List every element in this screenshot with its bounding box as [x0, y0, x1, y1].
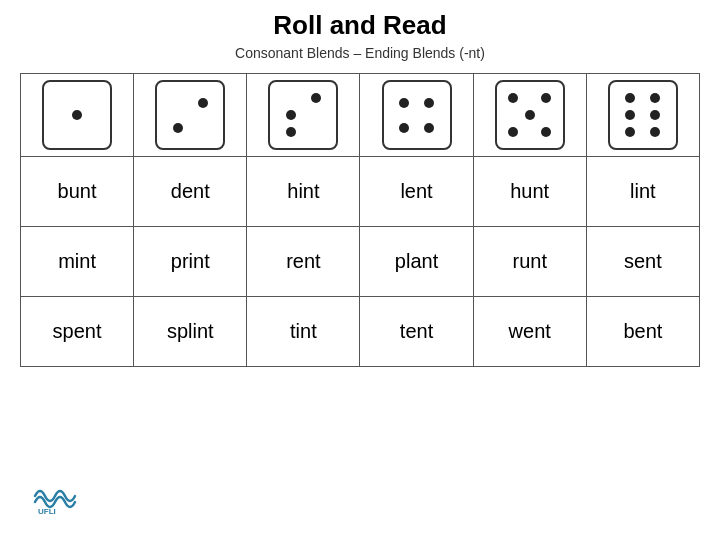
- die-3: [268, 80, 338, 150]
- word-row-2: mint print rent plant runt sent: [21, 227, 700, 297]
- dot: [625, 110, 635, 120]
- die-4: [382, 80, 452, 150]
- word-row-1: bunt dent hint lent hunt lint: [21, 157, 700, 227]
- dot: [625, 127, 635, 137]
- word-cell: plant: [360, 227, 473, 297]
- die-5: [495, 80, 565, 150]
- word-cell: spent: [21, 297, 134, 367]
- dot: [650, 127, 660, 137]
- dot: [525, 110, 535, 120]
- dice-cell-3: [247, 74, 360, 157]
- dot: [541, 93, 551, 103]
- dice-cell-6: [586, 74, 699, 157]
- dot: [311, 93, 321, 103]
- dice-cell-2: [134, 74, 247, 157]
- dot: [286, 110, 296, 120]
- word-cell: tint: [247, 297, 360, 367]
- ufli-logo-area: UFLI: [30, 476, 80, 520]
- page-title: Roll and Read: [273, 10, 446, 41]
- ufli-logo-icon: UFLI: [30, 476, 80, 516]
- word-cell: hint: [247, 157, 360, 227]
- dice-cell-4: [360, 74, 473, 157]
- die-1: [42, 80, 112, 150]
- dot: [399, 123, 409, 133]
- word-cell: rent: [247, 227, 360, 297]
- word-cell: splint: [134, 297, 247, 367]
- word-cell: print: [134, 227, 247, 297]
- word-cell: hunt: [473, 157, 586, 227]
- dot: [650, 110, 660, 120]
- dot: [173, 123, 183, 133]
- dot: [424, 123, 434, 133]
- dot: [286, 127, 296, 137]
- dot: [424, 98, 434, 108]
- die-6: [608, 80, 678, 150]
- dice-cell-1: [21, 74, 134, 157]
- word-cell: runt: [473, 227, 586, 297]
- dot: [625, 93, 635, 103]
- word-cell: lent: [360, 157, 473, 227]
- dot: [508, 93, 518, 103]
- word-cell: mint: [21, 227, 134, 297]
- word-cell: lint: [586, 157, 699, 227]
- dot: [541, 127, 551, 137]
- word-cell: sent: [586, 227, 699, 297]
- dice-row: [21, 74, 700, 157]
- roll-and-read-table: bunt dent hint lent hunt lint mint print…: [20, 73, 700, 367]
- page-subtitle: Consonant Blends – Ending Blends (-nt): [235, 45, 485, 61]
- dot: [650, 93, 660, 103]
- word-cell: bunt: [21, 157, 134, 227]
- dot: [508, 127, 518, 137]
- svg-text:UFLI: UFLI: [38, 507, 56, 516]
- word-row-3: spent splint tint tent went bent: [21, 297, 700, 367]
- word-cell: tent: [360, 297, 473, 367]
- word-cell: dent: [134, 157, 247, 227]
- dot: [198, 98, 208, 108]
- dot: [399, 98, 409, 108]
- dot: [72, 110, 82, 120]
- die-2: [155, 80, 225, 150]
- word-cell: went: [473, 297, 586, 367]
- word-cell: bent: [586, 297, 699, 367]
- dice-cell-5: [473, 74, 586, 157]
